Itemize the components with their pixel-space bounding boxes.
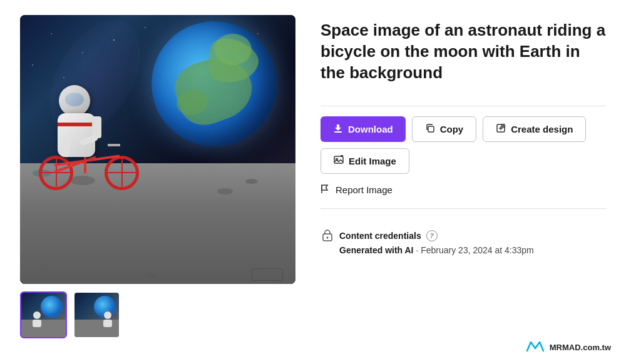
divider-2	[321, 208, 606, 209]
credentials-label: Content credentials	[339, 231, 421, 241]
credentials-icon	[321, 229, 334, 243]
credentials-help-icon[interactable]: ?	[426, 230, 438, 241]
svg-point-14	[327, 237, 329, 239]
watermark-logo-icon	[526, 341, 545, 354]
create-design-button[interactable]: Create design	[483, 116, 586, 142]
continent1	[203, 34, 262, 89]
credentials-section: Content credentials ? Generated with AI …	[321, 229, 606, 255]
astronaut-helmet	[59, 85, 90, 116]
continent2	[175, 88, 210, 118]
image-title: Space image of an astronaut riding a bic…	[321, 20, 606, 83]
action-buttons-row1: Download Copy	[321, 116, 606, 142]
divider-1	[321, 106, 606, 106]
mini-helmet-1	[33, 311, 41, 319]
left-panel	[20, 15, 295, 338]
thumbnail-img-1	[21, 293, 66, 337]
action-buttons-row2: Edit Image	[321, 148, 606, 174]
mini-helmet-2	[104, 311, 111, 319]
download-button[interactable]: Download	[321, 116, 406, 142]
earth-shadow	[151, 21, 277, 146]
main-container: Space image of an astronaut riding a bic…	[0, 0, 626, 353]
download-icon	[333, 123, 343, 135]
watermark: MRMAD.com.tw	[526, 341, 611, 354]
edit-image-label: Edit Image	[349, 156, 396, 166]
crater2	[217, 188, 233, 195]
credentials-row: Content credentials ?	[321, 229, 606, 243]
crater3	[145, 273, 156, 278]
create-design-label: Create design	[511, 124, 573, 134]
mini-figure-2	[101, 311, 114, 324]
copy-label: Copy	[440, 124, 464, 134]
report-image-label: Report Image	[336, 185, 393, 195]
thumb-earth-1	[41, 296, 63, 318]
mini-figure-1	[31, 311, 43, 324]
report-image-button[interactable]: Report Image	[321, 181, 606, 198]
thumbnail-2[interactable]	[73, 291, 120, 338]
report-icon	[321, 184, 331, 196]
mini-body-2	[103, 320, 112, 327]
footprint-trail	[252, 268, 283, 281]
credentials-detail: Generated with AI · February 23, 2024 at…	[339, 245, 606, 255]
svg-rect-1	[428, 126, 434, 132]
edit-image-icon	[334, 155, 344, 167]
copy-button[interactable]: Copy	[412, 116, 477, 142]
helmet-visor	[65, 93, 84, 106]
mini-body-1	[33, 320, 41, 327]
main-image	[20, 15, 295, 284]
thumbnail-img-2	[74, 293, 119, 337]
create-design-icon	[496, 123, 506, 135]
image-placeholder	[20, 15, 295, 284]
edit-image-button[interactable]: Edit Image	[321, 148, 409, 174]
right-panel: Space image of an astronaut riding a bic…	[321, 15, 606, 255]
copy-icon	[425, 123, 435, 135]
thumbnails-row	[20, 291, 295, 338]
credentials-detail-text: Generated with AI · February 23, 2024 at…	[339, 245, 534, 255]
download-label: Download	[348, 124, 393, 134]
thumb-moon-1	[21, 320, 66, 337]
generated-ai-label: Generated with AI	[339, 245, 414, 255]
earth-planet	[151, 21, 277, 146]
credentials-date: · February 23, 2024 at 4:33pm	[414, 245, 534, 255]
svg-rect-0	[334, 131, 342, 133]
watermark-text: MRMAD.com.tw	[550, 343, 611, 352]
suit-stripe	[58, 123, 95, 126]
astronaut-figure	[45, 82, 133, 182]
thumbnail-1[interactable]	[20, 291, 67, 338]
